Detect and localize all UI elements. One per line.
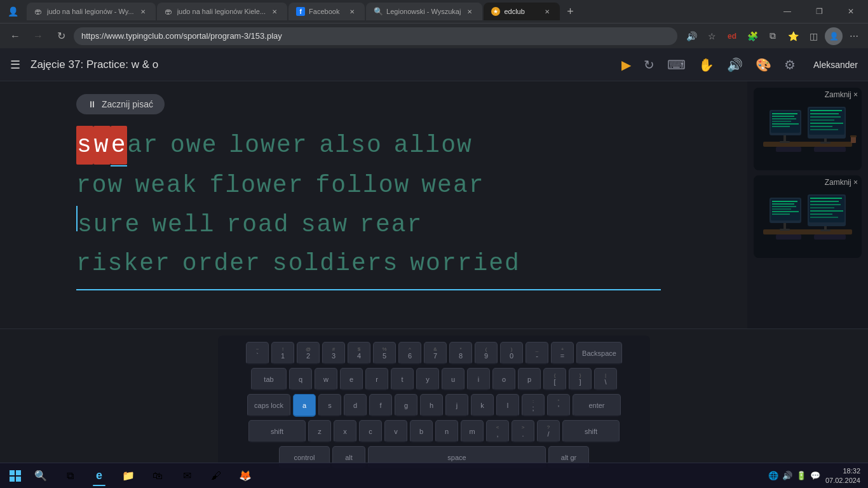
key-d[interactable]: d [344,394,367,417]
taskbar-app-explorer[interactable]: 📁 [114,464,142,487]
key-7[interactable]: &7 [424,342,447,365]
key-1[interactable]: !1 [271,342,294,365]
taskbar-app-mail[interactable]: ✉ [173,464,201,487]
address-input[interactable] [74,27,677,45]
key-backtick[interactable]: ~` [246,342,269,365]
hamburger-menu-icon[interactable]: ☰ [10,58,20,72]
side-card-close-1[interactable]: Zamknij × [825,90,858,99]
key-minus[interactable]: _- [526,342,548,365]
window-maximize-btn[interactable]: ❐ [804,1,834,22]
key-tab[interactable]: tab [251,368,287,391]
settings-button[interactable]: ⚙ [784,57,796,72]
tab-close-4[interactable]: ✕ [465,6,475,17]
key-semicolon[interactable]: :; [522,394,545,417]
key-0[interactable]: )0 [500,342,523,365]
start-button[interactable] [3,464,28,487]
key-s[interactable]: s [318,394,341,417]
split-screen-icon[interactable]: ⧉ [764,27,782,45]
key-comma[interactable]: <, [486,420,509,443]
play-button[interactable]: ▶ [621,57,631,72]
taskbar-app-edge[interactable]: e [85,464,113,487]
pause-button[interactable]: ⏸ Zacznij pisać [76,94,165,114]
key-k[interactable]: k [471,394,494,417]
tab-close-1[interactable]: ✕ [138,6,148,17]
network-icon[interactable]: 🌐 [768,471,778,480]
key-f[interactable]: f [369,394,392,417]
window-minimize-btn[interactable]: — [773,1,802,22]
key-y[interactable]: y [416,368,439,391]
key-c[interactable]: c [359,420,382,443]
key-a[interactable]: a [293,394,316,417]
key-h[interactable]: h [420,394,443,417]
extension-icon-1[interactable]: ed [723,27,741,45]
key-n[interactable]: n [435,420,458,443]
key-lbracket[interactable]: {[ [543,368,566,391]
key-8[interactable]: *8 [449,342,472,365]
browser-tab-4[interactable]: 🔍 Legionowski - Wyszukaj ✕ [366,3,482,20]
profile-browser-btn[interactable]: 👤 [3,1,23,22]
key-shift-right[interactable]: shift [562,420,620,443]
notification-icon[interactable]: 💬 [810,471,820,480]
key-r[interactable]: r [365,368,388,391]
key-g[interactable]: g [395,394,417,417]
side-card-close-2[interactable]: Zamknij × [825,178,858,187]
paint-button[interactable]: 🎨 [756,57,771,72]
key-backspace[interactable]: Backspace [576,342,622,365]
key-rbracket[interactable]: }] [569,368,592,391]
extension-icon-2[interactable]: 🧩 [743,27,761,45]
keyboard-button[interactable]: ⌨ [667,57,686,72]
key-q[interactable]: q [289,368,312,391]
key-j[interactable]: j [445,394,468,417]
key-2[interactable]: @2 [297,342,320,365]
key-u[interactable]: u [442,368,465,391]
tab-close-3[interactable]: ✕ [347,6,357,17]
key-b[interactable]: b [410,420,433,443]
profile-icon[interactable]: 👤 [825,27,843,45]
taskbar-search-button[interactable]: 🔍 [28,464,53,487]
key-5[interactable]: %5 [373,342,396,365]
reload-button[interactable]: ↻ [51,26,71,46]
taskbar-clock[interactable]: 18:32 07.02.2024 [825,466,860,485]
taskbar-app-store[interactable]: 🛍 [144,464,172,487]
favorites-icon[interactable]: ⭐ [784,27,802,45]
sound-button[interactable]: 🔊 [727,57,743,72]
forward-button[interactable]: → [28,26,48,46]
key-z[interactable]: z [308,420,331,443]
key-slash[interactable]: ?/ [537,420,560,443]
key-capslock[interactable]: caps lock [247,394,290,417]
window-close-btn[interactable]: ✕ [836,1,865,22]
battery-icon[interactable]: 🔋 [796,471,806,480]
key-enter[interactable]: enter [573,394,621,417]
taskbar-app-taskview[interactable]: ⧉ [56,464,84,487]
key-i[interactable]: i [467,368,490,391]
browser-tab-1[interactable]: 🏟 judo na hali legionów - Wy... ✕ [27,3,156,20]
refresh-button[interactable]: ↻ [644,57,654,72]
new-tab-button[interactable]: + [561,3,579,20]
key-6[interactable]: ^6 [398,342,421,365]
taskbar-app-paint[interactable]: 🖌 [202,464,230,487]
key-4[interactable]: $4 [348,342,370,365]
key-l[interactable]: l [496,394,519,417]
key-o[interactable]: o [492,368,515,391]
key-equals[interactable]: += [551,342,574,365]
key-e[interactable]: e [340,368,363,391]
key-p[interactable]: p [518,368,541,391]
more-menu-icon[interactable]: ⋯ [845,27,863,45]
key-backslash[interactable]: |\ [594,368,617,391]
sidebar-icon[interactable]: ◫ [804,27,822,45]
browser-tab-3[interactable]: f Facebook ✕ [288,3,365,20]
read-aloud-icon[interactable]: 🔊 [682,27,700,45]
key-quote[interactable]: "' [547,394,570,417]
volume-icon[interactable]: 🔊 [782,471,792,480]
hand-button[interactable]: ✋ [698,57,714,72]
key-x[interactable]: x [334,420,356,443]
key-t[interactable]: t [391,368,414,391]
key-period[interactable]: >. [512,420,534,443]
key-v[interactable]: v [384,420,407,443]
tab-close-2[interactable]: ✕ [269,6,280,17]
browser-tab-2[interactable]: 🏟 judo na hali legionów Kiele... ✕ [157,3,287,20]
key-shift-left[interactable]: shift [248,420,306,443]
browser-tab-5[interactable]: ★ edclub ✕ [484,3,560,20]
key-9[interactable]: (9 [475,342,498,365]
key-m[interactable]: m [461,420,484,443]
